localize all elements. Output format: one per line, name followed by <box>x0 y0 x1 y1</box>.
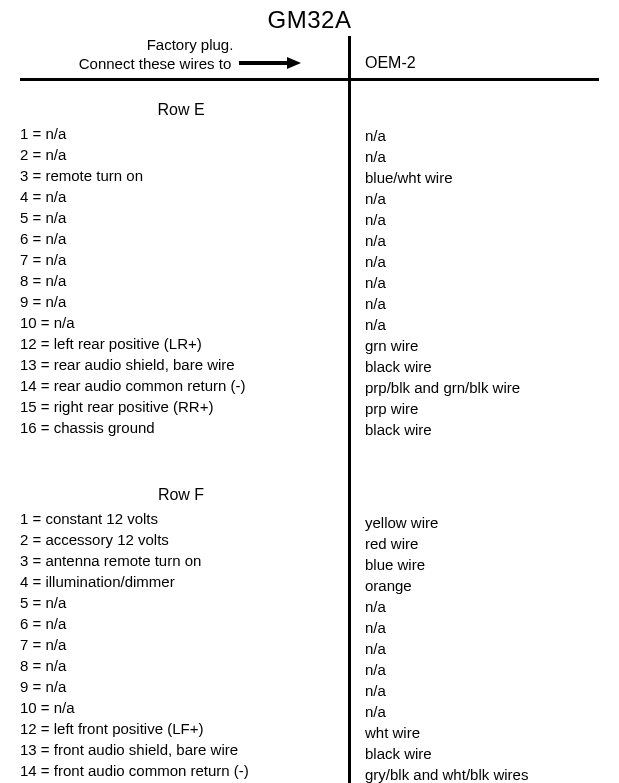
pin-row-left: 1 = constant 12 volts <box>20 508 342 529</box>
wiring-diagram-page: GM32A Factory plug. Connect these wires … <box>0 0 619 783</box>
pin-row-right: n/a <box>365 188 599 209</box>
pin-row-right: n/a <box>365 293 599 314</box>
pin-row-right: orange <box>365 575 599 596</box>
pin-row-right: n/a <box>365 251 599 272</box>
pin-row-left: 3 = antenna remote turn on <box>20 550 342 571</box>
pin-row-left: 5 = n/a <box>20 207 342 228</box>
pin-row-right: n/a <box>365 272 599 293</box>
pin-row-left: 14 = rear audio common return (-) <box>20 375 342 396</box>
pin-row-right: n/a <box>365 314 599 335</box>
header-line-2: Connect these wires to <box>79 55 232 74</box>
pin-row-right: wht wire <box>365 722 599 743</box>
pin-row-left: 4 = n/a <box>20 186 342 207</box>
pin-row-left: 3 = remote turn on <box>20 165 342 186</box>
oem-column-label: OEM-2 <box>365 54 416 72</box>
pin-row-left: 14 = front audio common return (-) <box>20 760 342 781</box>
pin-row-left: 8 = n/a <box>20 655 342 676</box>
oem-column: n/an/ablue/wht wiren/an/an/an/an/an/an/a… <box>348 81 599 784</box>
pin-row-right: blue wire <box>365 554 599 575</box>
pin-row-left: 10 = n/a <box>20 312 342 333</box>
pin-row-left: 10 = n/a <box>20 697 342 718</box>
header-row: Factory plug. Connect these wires to OEM… <box>20 36 599 81</box>
pin-row-left: 2 = n/a <box>20 144 342 165</box>
pin-row-right: n/a <box>365 617 599 638</box>
pin-row-left: 12 = left front positive (LF+) <box>20 718 342 739</box>
pin-row-right: yellow wire <box>365 512 599 533</box>
pin-row-left: 7 = n/a <box>20 249 342 270</box>
pin-row-right: prp/blk and grn/blk wire <box>365 377 599 398</box>
pin-row-left: 16 = chassis ground <box>20 417 342 438</box>
pin-row-left: 1 = n/a <box>20 123 342 144</box>
pin-row-left: 13 = rear audio shield, bare wire <box>20 354 342 375</box>
pin-row-left: 5 = n/a <box>20 592 342 613</box>
pin-row-right: n/a <box>365 125 599 146</box>
pin-row-left: 9 = n/a <box>20 676 342 697</box>
header-left: Factory plug. Connect these wires to <box>20 36 348 78</box>
body-row: Row E1 = n/a2 = n/a3 = remote turn on4 =… <box>20 81 599 784</box>
pin-row-left: 6 = n/a <box>20 613 342 634</box>
pin-row-left: 9 = n/a <box>20 291 342 312</box>
pin-row-right: n/a <box>365 596 599 617</box>
page-title: GM32A <box>20 6 599 34</box>
pin-row-right: prp wire <box>365 398 599 419</box>
section-header: Row E <box>20 81 342 123</box>
svg-marker-1 <box>287 57 301 69</box>
section-header: Row F <box>20 466 342 508</box>
header-line-1: Factory plug. <box>40 36 340 55</box>
pin-row-right: gry/blk and wht/blk wires <box>365 764 599 784</box>
pin-row-right: n/a <box>365 701 599 722</box>
pin-row-left: 12 = left rear positive (LR+) <box>20 333 342 354</box>
pin-row-right: grn wire <box>365 335 599 356</box>
pin-row-left: 13 = front audio shield, bare wire <box>20 739 342 760</box>
header-right: OEM-2 <box>348 36 599 78</box>
pin-row-right: red wire <box>365 533 599 554</box>
pin-row-right: black wire <box>365 419 599 440</box>
pin-row-right: n/a <box>365 659 599 680</box>
section-spacer <box>365 468 599 512</box>
pin-row-left: 4 = illumination/dimmer <box>20 571 342 592</box>
pin-row-left: 15 = right rear positive (RR+) <box>20 396 342 417</box>
pin-row-left: 6 = n/a <box>20 228 342 249</box>
header-line-2-wrap: Connect these wires to <box>40 55 340 74</box>
pin-row-left: 2 = accessory 12 volts <box>20 529 342 550</box>
pin-row-right: black wire <box>365 743 599 764</box>
factory-plug-column: Row E1 = n/a2 = n/a3 = remote turn on4 =… <box>20 81 348 784</box>
pin-row-right: n/a <box>365 209 599 230</box>
pin-row-left: 8 = n/a <box>20 270 342 291</box>
pin-row-right: n/a <box>365 680 599 701</box>
pin-row-right: black wire <box>365 356 599 377</box>
pin-row-right: n/a <box>365 146 599 167</box>
arrow-right-icon <box>239 55 301 74</box>
pin-row-right: blue/wht wire <box>365 167 599 188</box>
section-spacer <box>365 81 599 125</box>
pin-row-right: n/a <box>365 230 599 251</box>
pin-row-right: n/a <box>365 638 599 659</box>
pin-row-left: 7 = n/a <box>20 634 342 655</box>
